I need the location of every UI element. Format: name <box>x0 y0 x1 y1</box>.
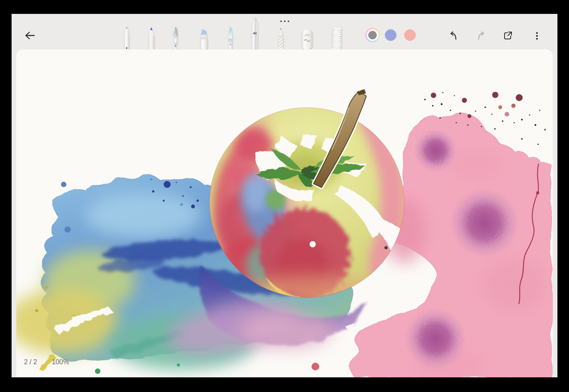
more-tools-indicator: ••• <box>277 18 294 24</box>
tool-ruler[interactable] <box>332 27 341 49</box>
kebab-menu-icon <box>532 30 542 41</box>
drawing-canvas[interactable]: 2 / 2 100% <box>16 49 553 377</box>
undo-button[interactable] <box>448 30 459 41</box>
tool-pencil[interactable] <box>149 27 154 49</box>
swatch-gray-core <box>368 31 377 39</box>
tool-ballpoint-pen[interactable] <box>124 27 129 49</box>
artwork-watercolor-apple <box>16 49 553 377</box>
tool-ai-pen[interactable]: AI <box>252 17 258 49</box>
tool-eraser[interactable] <box>301 29 312 49</box>
toolbar: AI ••• <box>12 14 557 49</box>
pen-tool-tray: AI <box>108 14 359 49</box>
open-in-new-icon <box>502 30 513 41</box>
undo-arrow-icon <box>448 30 459 41</box>
redo-arrow-icon <box>476 30 487 41</box>
tool-fountain-pen[interactable] <box>174 27 178 49</box>
color-swatch-periwinkle[interactable] <box>385 29 396 41</box>
red-paint-dot <box>312 363 319 370</box>
screen: { "app": { "frame_color": "#000000", "ch… <box>0 0 569 392</box>
arrow-left-icon <box>24 30 36 41</box>
drawing-app-window: AI ••• <box>12 14 557 377</box>
tool-textured-pen[interactable] <box>278 28 283 49</box>
redo-button[interactable] <box>476 30 487 41</box>
color-swatch-picker[interactable] <box>365 28 380 42</box>
small-dark-speck <box>384 246 388 249</box>
back-button[interactable] <box>22 29 38 42</box>
tool-paint-brush[interactable] <box>229 27 232 49</box>
more-options-button[interactable] <box>532 30 542 41</box>
tool-highlighter[interactable] <box>200 29 207 49</box>
color-swatch-salmon[interactable] <box>404 29 416 41</box>
swatch-ring-inner <box>367 29 378 41</box>
share-button[interactable] <box>502 30 513 41</box>
ai-pen-label: AI <box>253 31 257 35</box>
